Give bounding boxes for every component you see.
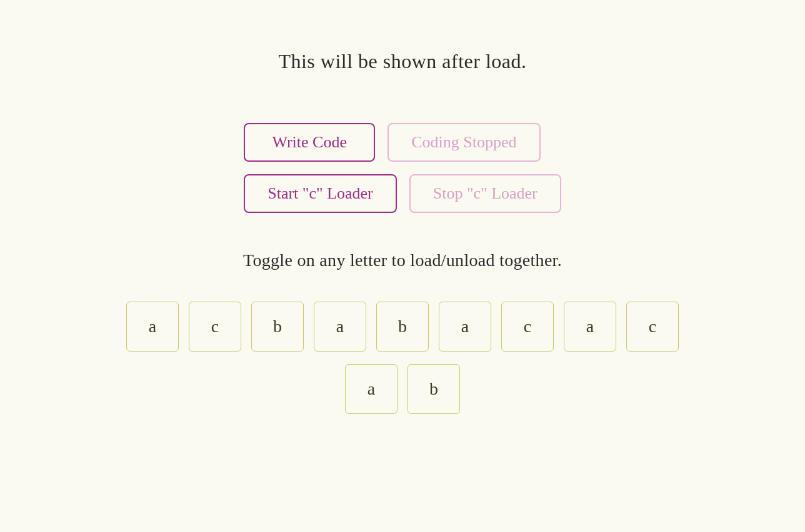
toggle-instruction: Toggle on any letter to load/unload toge… xyxy=(243,250,562,270)
letter-box[interactable]: a xyxy=(126,302,179,352)
header-title: This will be shown after load. xyxy=(278,50,526,73)
letter-box[interactable]: b xyxy=(408,364,460,414)
stop-loader-button: Stop "c" Loader xyxy=(409,174,561,213)
letter-box[interactable]: b xyxy=(376,302,429,352)
button-row-2: Start "c" Loader Stop "c" Loader xyxy=(244,174,561,213)
letter-box[interactable]: a xyxy=(345,364,398,414)
letter-row-2: ab xyxy=(345,364,460,414)
button-row-1: Write Code Coding Stopped xyxy=(244,123,540,162)
button-grid: Write Code Coding Stopped Start "c" Load… xyxy=(244,123,561,213)
letter-box[interactable]: a xyxy=(439,302,491,352)
letter-box[interactable]: c xyxy=(626,302,679,352)
coding-stopped-button: Coding Stopped xyxy=(388,123,540,162)
letter-box[interactable]: c xyxy=(501,302,554,352)
letter-box[interactable]: b xyxy=(251,302,304,352)
write-code-button[interactable]: Write Code xyxy=(244,123,375,162)
letter-box[interactable]: c xyxy=(189,302,241,352)
letter-box[interactable]: a xyxy=(564,302,616,352)
letter-row-1: acbabacac xyxy=(126,302,679,352)
start-loader-button[interactable]: Start "c" Loader xyxy=(244,174,397,213)
letter-box[interactable]: a xyxy=(314,302,366,352)
